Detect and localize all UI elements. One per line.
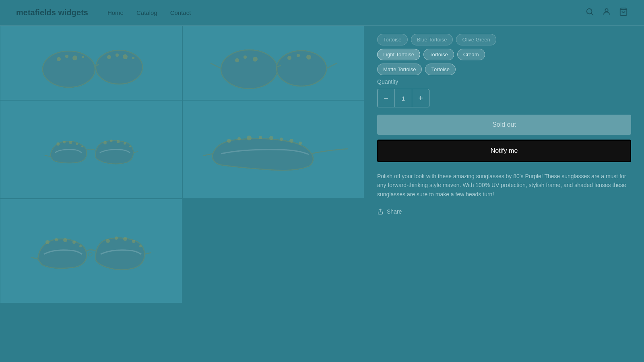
sold-out-button: Sold out xyxy=(377,115,631,135)
svg-point-22 xyxy=(235,58,239,62)
svg-point-33 xyxy=(76,142,78,145)
quantity-label: Quantity xyxy=(377,78,631,85)
svg-point-27 xyxy=(306,55,311,60)
svg-point-26 xyxy=(297,54,300,57)
account-icon[interactable] xyxy=(602,7,611,18)
swatch-tortoise-2[interactable]: Tortoise xyxy=(423,49,454,60)
svg-point-23 xyxy=(244,56,247,59)
svg-point-15 xyxy=(132,57,134,59)
search-icon[interactable] xyxy=(585,7,594,18)
svg-line-49 xyxy=(31,257,38,259)
svg-point-54 xyxy=(72,241,76,244)
svg-line-29 xyxy=(133,151,138,152)
svg-line-50 xyxy=(144,253,151,254)
swatch-light-tortoise[interactable]: Light Tortoise xyxy=(377,49,420,60)
main-layout: Tortoise Blue Tortoise Olive Green Light… xyxy=(0,26,644,362)
site-header: metafields widgets Home Catalog Contact xyxy=(0,0,644,26)
svg-point-59 xyxy=(132,240,135,243)
svg-point-0 xyxy=(587,9,592,14)
svg-point-55 xyxy=(79,245,82,247)
svg-point-8 xyxy=(57,57,61,61)
product-description: Polish off your look with these amazing … xyxy=(377,172,631,199)
cart-icon[interactable] xyxy=(619,7,628,18)
svg-point-25 xyxy=(287,56,291,60)
swatch-olive-green[interactable]: Olive Green xyxy=(456,34,496,45)
main-nav: Home Catalog Contact xyxy=(107,9,585,16)
gallery-cell-5 xyxy=(0,199,182,303)
svg-point-34 xyxy=(81,145,83,147)
svg-point-24 xyxy=(253,57,258,62)
svg-point-13 xyxy=(116,53,119,57)
swatches-row-2: Light Tortoise Tortoise Cream xyxy=(377,49,631,60)
svg-point-47 xyxy=(289,139,293,143)
svg-point-42 xyxy=(237,137,241,140)
svg-line-28 xyxy=(45,155,50,156)
svg-point-30 xyxy=(57,142,60,146)
svg-point-14 xyxy=(123,54,128,59)
header-actions xyxy=(585,7,628,18)
svg-point-61 xyxy=(88,252,92,256)
nav-catalog[interactable]: Catalog xyxy=(136,9,157,16)
swatches-row-3: Matte Tortoise Tortoise xyxy=(377,64,631,75)
svg-point-37 xyxy=(117,140,120,143)
svg-point-35 xyxy=(103,141,107,144)
svg-point-51 xyxy=(45,240,50,244)
svg-point-2 xyxy=(605,9,608,12)
swatch-matte-tortoise[interactable]: Matte Tortoise xyxy=(377,64,422,75)
svg-point-41 xyxy=(227,139,231,143)
svg-point-43 xyxy=(247,136,252,140)
svg-point-36 xyxy=(110,140,113,142)
swatch-blue-tortoise[interactable]: Blue Tortoise xyxy=(411,34,453,45)
nav-home[interactable]: Home xyxy=(107,9,124,16)
svg-line-1 xyxy=(591,13,593,15)
notify-me-button[interactable]: Notify me xyxy=(377,140,631,162)
gallery-cell-1 xyxy=(0,26,182,100)
share-label: Share xyxy=(387,208,402,215)
quantity-control: − 1 + xyxy=(377,89,429,107)
svg-point-46 xyxy=(280,138,283,141)
svg-line-21 xyxy=(211,63,221,68)
swatch-cream[interactable]: Cream xyxy=(457,49,485,60)
gallery-cell-3 xyxy=(0,100,182,199)
svg-point-38 xyxy=(124,142,126,144)
quantity-decrease[interactable]: − xyxy=(378,89,394,107)
svg-point-39 xyxy=(129,145,131,147)
svg-point-52 xyxy=(55,238,58,241)
svg-point-32 xyxy=(69,141,72,144)
svg-point-44 xyxy=(259,136,262,139)
svg-point-10 xyxy=(72,56,77,60)
svg-point-11 xyxy=(82,56,84,58)
swatches-row-1: Tortoise Blue Tortoise Olive Green xyxy=(377,34,631,45)
nav-contact[interactable]: Contact xyxy=(170,9,191,16)
svg-point-57 xyxy=(115,237,118,240)
swatch-tortoise-3[interactable]: Tortoise xyxy=(425,64,456,75)
product-panel: Tortoise Blue Tortoise Olive Green Light… xyxy=(364,26,644,362)
quantity-increase[interactable]: + xyxy=(412,89,429,107)
brand-logo[interactable]: metafields widgets xyxy=(16,8,88,17)
svg-point-56 xyxy=(106,239,110,243)
share-button[interactable]: Share xyxy=(377,208,402,215)
gallery-cell-2 xyxy=(182,26,365,100)
gallery-cell-4 xyxy=(182,100,365,199)
svg-line-40 xyxy=(203,154,213,156)
svg-point-12 xyxy=(107,55,111,59)
swatch-tortoise[interactable]: Tortoise xyxy=(377,34,408,45)
svg-point-9 xyxy=(65,55,68,58)
share-icon xyxy=(377,208,384,215)
svg-point-53 xyxy=(63,238,67,242)
svg-line-20 xyxy=(326,63,337,68)
svg-point-60 xyxy=(139,245,142,247)
product-gallery xyxy=(0,26,364,362)
quantity-value: 1 xyxy=(394,89,412,107)
svg-point-48 xyxy=(299,142,302,145)
svg-point-58 xyxy=(123,237,127,241)
svg-point-45 xyxy=(269,136,273,140)
svg-point-31 xyxy=(63,141,66,143)
